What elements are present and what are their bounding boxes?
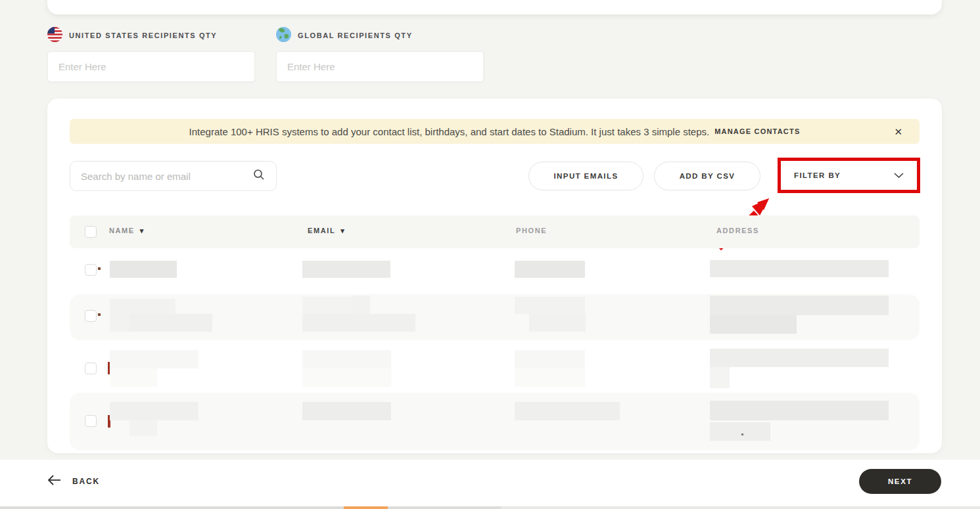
- filter-by-label: FILTER BY: [794, 171, 841, 179]
- column-header-email[interactable]: EMAIL▾: [308, 227, 345, 235]
- row-checkbox[interactable]: [85, 415, 97, 427]
- redacted-cell: [710, 422, 770, 441]
- footer-bar: BACK NEXT: [0, 460, 980, 506]
- us-recipients-group: UNITED STATES RECIPIENTS QTY: [47, 28, 255, 82]
- redacted-cell: [710, 349, 889, 367]
- manage-contacts-link[interactable]: MANAGE CONTACTS: [714, 127, 800, 135]
- redacted-cell: [110, 368, 157, 387]
- chevron-down-icon: [894, 169, 904, 181]
- redacted-cell: [110, 261, 177, 278]
- arrow-left-icon: [47, 474, 62, 489]
- filter-by-dropdown[interactable]: FILTER BY: [778, 158, 920, 193]
- redacted-cell: [515, 350, 585, 368]
- back-label: BACK: [72, 477, 100, 486]
- column-header-address: ADDRESS: [716, 227, 759, 234]
- us-recipients-label: UNITED STATES RECIPIENTS QTY: [69, 32, 217, 39]
- redacted-cell: [710, 296, 889, 315]
- redacted-cell: [302, 314, 415, 332]
- column-header-phone: PHONE: [516, 227, 547, 234]
- redacted-cell: [710, 315, 797, 334]
- input-emails-button[interactable]: INPUT EMAILS: [528, 162, 643, 190]
- close-icon[interactable]: ✕: [894, 127, 902, 137]
- row-checkbox[interactable]: [85, 363, 97, 374]
- progress-strip: [0, 506, 980, 509]
- add-by-csv-label: ADD BY CSV: [680, 172, 735, 180]
- table-row[interactable]: [70, 393, 920, 451]
- redacted-cell: [710, 260, 889, 277]
- redacted-cell: [515, 261, 585, 278]
- globe-icon: [276, 27, 291, 45]
- progress-strip-light: [501, 506, 980, 509]
- redacted-cell: [515, 368, 585, 387]
- redacted-cell: [710, 401, 889, 420]
- redacted-cell: [515, 402, 620, 420]
- redacted-cell: [110, 402, 198, 420]
- redacted-cell: [129, 314, 212, 332]
- redacted-cell: [129, 420, 157, 436]
- search-box[interactable]: [70, 161, 277, 191]
- us-recipients-input[interactable]: [47, 51, 255, 82]
- redacted-cell: [710, 367, 730, 388]
- redacted-cell: [110, 350, 198, 368]
- banner-message: Integrate 100+ HRIS systems to add your …: [189, 126, 710, 137]
- table-header: NAME▾ EMAIL▾ PHONE ADDRESS: [70, 215, 920, 248]
- table-row[interactable]: [70, 250, 920, 294]
- redacted-cell: [302, 261, 390, 278]
- redacted-fragment: [98, 267, 101, 270]
- sort-icon[interactable]: ▾: [340, 227, 345, 234]
- hris-banner: Integrate 100+ HRIS systems to add your …: [70, 119, 920, 144]
- table-row[interactable]: [70, 294, 920, 340]
- back-button[interactable]: BACK: [47, 474, 100, 489]
- input-emails-label: INPUT EMAILS: [554, 172, 618, 180]
- select-all-checkbox[interactable]: [85, 226, 97, 238]
- global-recipients-group: GLOBAL RECIPIENTS QTY: [276, 28, 484, 82]
- redacted-cell: [302, 350, 391, 368]
- sort-icon[interactable]: ▾: [140, 227, 145, 234]
- next-button[interactable]: NEXT: [859, 469, 941, 494]
- column-header-name[interactable]: NAME▾: [109, 227, 145, 235]
- search-icon: [252, 168, 266, 184]
- row-checkbox[interactable]: [85, 264, 97, 276]
- redacted-fragment: [98, 313, 101, 316]
- global-recipients-label: GLOBAL RECIPIENTS QTY: [298, 32, 413, 39]
- redacted-cell: [302, 368, 391, 387]
- redacted-cell: [352, 296, 370, 314]
- redacted-fragment: [741, 433, 743, 435]
- redacted-cell: [529, 314, 586, 332]
- redacted-cell: [515, 297, 585, 314]
- add-by-csv-button[interactable]: ADD BY CSV: [654, 162, 760, 190]
- row-checkbox[interactable]: [85, 310, 97, 322]
- redacted-cell: [302, 402, 391, 420]
- top-card-remnant: [47, 0, 942, 14]
- table-row[interactable]: [70, 340, 920, 393]
- search-input[interactable]: [81, 171, 252, 182]
- progress-strip-orange: [344, 506, 388, 509]
- page: UNITED STATES RECIPIENTS QTY GLOBAL RECI…: [0, 0, 980, 509]
- global-recipients-input[interactable]: [276, 51, 484, 82]
- us-flag-icon: [47, 27, 62, 45]
